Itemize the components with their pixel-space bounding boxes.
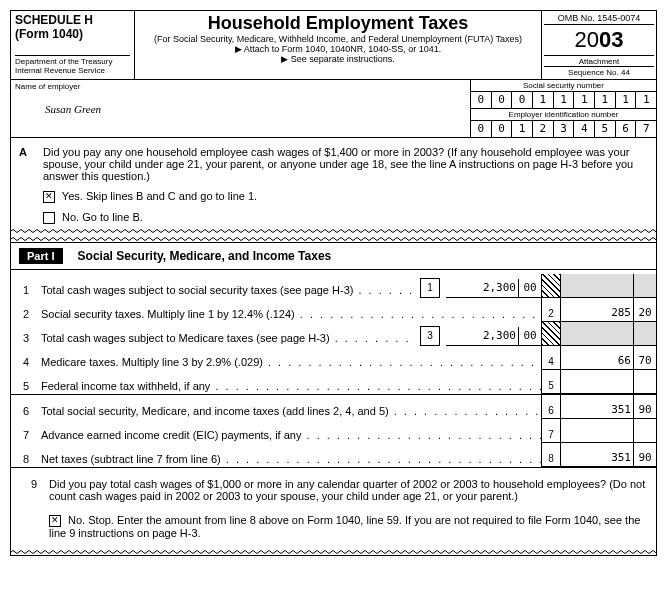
- line-7: 7 Advance earned income credit (EIC) pay…: [11, 419, 656, 443]
- question-a-letter: A: [19, 146, 43, 182]
- line-8-numbox: 8: [541, 443, 561, 467]
- line-4-numbox: 4: [541, 346, 561, 370]
- line-8-text: Net taxes (subtract line 7 from line 6): [41, 453, 541, 467]
- line-3-numbox: 3: [420, 326, 440, 346]
- checkbox-no[interactable]: [43, 212, 55, 224]
- line-3-text: Total cash wages subject to Medicare tax…: [41, 332, 414, 346]
- question-9-no-line: ✕ No. Stop. Enter the amount from line 8…: [49, 514, 648, 539]
- line-6-numbox: 6: [541, 395, 561, 419]
- line-5-cents[interactable]: [634, 370, 656, 394]
- line-7-numbox: 7: [541, 419, 561, 443]
- line-8-amount[interactable]: 351: [561, 443, 634, 467]
- line-6: 6 Total social security, Medicare, and i…: [11, 394, 656, 419]
- line-5: 5 Federal income tax withheld, if any 5: [11, 370, 656, 394]
- tax-year: 2003: [544, 25, 654, 55]
- schedule-label: SCHEDULE H: [15, 13, 130, 27]
- line-3-amount[interactable]: 2,300: [446, 327, 519, 346]
- line-2-cents[interactable]: 20: [634, 298, 656, 322]
- line-4-amount[interactable]: 66: [561, 346, 634, 370]
- see-instructions: ▶ See separate instructions.: [139, 54, 537, 64]
- line-1-cents[interactable]: 00: [519, 279, 541, 298]
- wavy-divider-2: [11, 236, 656, 243]
- line-8-cents[interactable]: 90: [634, 443, 656, 467]
- checkbox-yes[interactable]: ✕: [43, 191, 55, 203]
- line-7-text: Advance earned income credit (EIC) payme…: [41, 429, 541, 443]
- line-1-amount[interactable]: 2,300: [446, 279, 519, 298]
- line-5-amount[interactable]: [561, 370, 634, 394]
- part1-title: Social Security, Medicare, and Income Ta…: [78, 249, 332, 263]
- employer-name-value: Susan Green: [15, 91, 466, 115]
- form-title: Household Employment Taxes: [139, 13, 537, 34]
- omb-number: OMB No. 1545-0074: [544, 13, 654, 25]
- question-9-block: 9 Did you pay total cash wages of $1,000…: [11, 472, 656, 549]
- form-number: (Form 1040): [15, 27, 130, 41]
- form-header: SCHEDULE H (Form 1040) Department of the…: [11, 11, 656, 80]
- attachment-label: Attachment: [544, 55, 654, 66]
- line-6-amount[interactable]: 351: [561, 395, 634, 419]
- header-left: SCHEDULE H (Form 1040) Department of the…: [11, 11, 135, 79]
- line-5-text: Federal income tax withheld, if any: [41, 380, 541, 394]
- line-2-amount[interactable]: 285: [561, 298, 634, 322]
- wavy-divider: [11, 228, 656, 234]
- line-6-text: Total social security, Medicare, and inc…: [41, 405, 541, 419]
- part1-box: Part I: [19, 248, 63, 264]
- employer-name-block: Name of employer Susan Green: [11, 80, 470, 137]
- question-9-text: Did you pay total cash wages of $1,000 o…: [49, 478, 648, 502]
- line-1: 1 Total cash wages subject to social sec…: [11, 274, 656, 298]
- line-7-cents[interactable]: [634, 419, 656, 443]
- line-6-cents[interactable]: 90: [634, 395, 656, 419]
- line-5-numbox: 5: [541, 370, 561, 394]
- line-4: 4 Medicare taxes. Multiply line 3 by 2.9…: [11, 346, 656, 370]
- sequence-number: Sequence No. 44: [544, 66, 654, 77]
- line-1-text: Total cash wages subject to social secur…: [41, 284, 414, 298]
- line-9-num: 9: [19, 478, 49, 502]
- employer-name-label: Name of employer: [15, 82, 466, 91]
- question-a-no-line: No. Go to line B.: [43, 211, 648, 224]
- lines-block: 1 Total cash wages subject to social sec…: [11, 270, 656, 472]
- employer-row: Name of employer Susan Green Social secu…: [11, 80, 656, 138]
- question-a-yes-line: ✕ Yes. Skip lines B and C and go to line…: [43, 190, 648, 203]
- line-2-text: Social security taxes. Multiply line 1 b…: [41, 308, 541, 322]
- question-a-block: A Did you pay any one household employee…: [11, 138, 656, 228]
- ssn-digits: 0 0 0 1 1 1 1 1 1: [471, 92, 656, 108]
- line-7-amount[interactable]: [561, 419, 634, 443]
- form-container: SCHEDULE H (Form 1040) Department of the…: [10, 10, 657, 556]
- header-mid: Household Employment Taxes (For Social S…: [135, 11, 541, 79]
- question-a-text: Did you pay any one household employee c…: [43, 146, 648, 182]
- line-2-numbox: 2: [541, 298, 561, 322]
- form-subtitle: (For Social Security, Medicare, Withheld…: [139, 34, 537, 44]
- dept-treasury: Department of the Treasury: [15, 55, 130, 66]
- ssn-label: Social security number: [471, 80, 656, 92]
- line-3-cents[interactable]: 00: [519, 327, 541, 346]
- attach-instructions: ▶ Attach to Form 1040, 1040NR, 1040-SS, …: [139, 44, 537, 54]
- line-8: 8 Net taxes (subtract line 7 from line 6…: [11, 443, 656, 468]
- line-4-cents[interactable]: 70: [634, 346, 656, 370]
- ein-digits: 0 0 1 2 3 4 5 6 7: [471, 121, 656, 137]
- ein-label: Employer identification number: [471, 108, 656, 121]
- line-3: 3 Total cash wages subject to Medicare t…: [11, 322, 656, 346]
- wavy-divider-bottom: [11, 549, 656, 555]
- checkbox-q9-no[interactable]: ✕: [49, 515, 61, 527]
- part1-header: Part I Social Security, Medicare, and In…: [11, 243, 656, 270]
- line-4-text: Medicare taxes. Multiply line 3 by 2.9% …: [41, 356, 541, 370]
- line-1-numbox: 1: [420, 278, 440, 298]
- line-2: 2 Social security taxes. Multiply line 1…: [11, 298, 656, 322]
- header-right: OMB No. 1545-0074 2003 Attachment Sequen…: [541, 11, 656, 79]
- ssn-ein-block: Social security number 0 0 0 1 1 1 1 1 1…: [470, 80, 656, 137]
- irs-label: Internal Revenue Service: [15, 66, 130, 75]
